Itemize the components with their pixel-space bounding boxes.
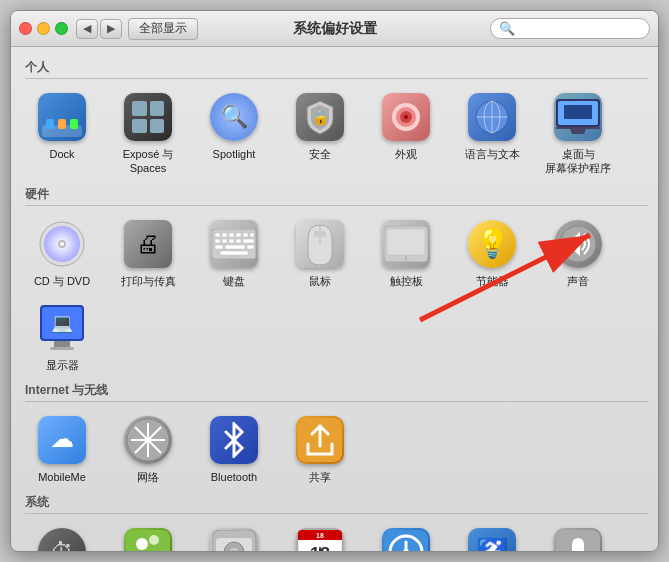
display-icon: 💻 — [40, 305, 84, 350]
dock-icon-box — [36, 91, 88, 143]
sound-icon — [554, 220, 602, 268]
maximize-button[interactable] — [55, 22, 68, 35]
item-energy[interactable]: 💡 节能器 — [451, 212, 533, 292]
search-box[interactable]: 🔍 — [490, 18, 650, 39]
svg-rect-39 — [387, 229, 425, 255]
item-parental[interactable]: 家长控制 — [107, 520, 189, 551]
lang-label: 语言与文本 — [465, 147, 520, 161]
svg-rect-45 — [126, 530, 170, 551]
svg-rect-37 — [314, 231, 326, 237]
item-display[interactable]: 💻 显示器 — [21, 296, 103, 376]
svg-rect-29 — [229, 239, 234, 243]
expose-label: Exposé 与Spaces — [123, 147, 174, 176]
lang-icon-box — [466, 91, 518, 143]
mouse-label: 鼠标 — [309, 274, 331, 288]
internet-grid: ☁ MobileMe — [21, 408, 648, 488]
bluetooth-icon-box — [208, 414, 260, 466]
svg-rect-28 — [222, 239, 227, 243]
keyboard-icon — [210, 220, 258, 268]
network-label: 网络 — [137, 470, 159, 484]
speech-icon — [554, 528, 602, 551]
item-desktop[interactable]: 桌面与屏幕保护程序 — [537, 85, 619, 180]
item-dock[interactable]: Dock — [21, 85, 103, 180]
item-security[interactable]: 🔒 安全 — [279, 85, 361, 180]
lang-icon — [468, 93, 516, 141]
traffic-lights — [19, 22, 68, 35]
softwareupdate-icon — [382, 528, 430, 551]
accessibility-icon-box: ♿ — [466, 526, 518, 551]
show-all-button[interactable]: 全部显示 — [128, 18, 198, 40]
dock-icon — [38, 93, 86, 141]
item-cdrom[interactable]: CD 与 DVD — [21, 212, 103, 292]
minimize-button[interactable] — [37, 22, 50, 35]
keyboard-label: 键盘 — [223, 274, 245, 288]
item-spotlight[interactable]: 🔍 Spotlight — [193, 85, 275, 180]
network-icon — [124, 416, 172, 464]
svg-rect-22 — [222, 233, 227, 237]
section-system-label: 系统 — [25, 494, 648, 514]
item-speech[interactable]: 语音 — [537, 520, 619, 551]
item-timemachine[interactable]: ⏱ Time Machine — [21, 520, 103, 551]
sharing-icon-box — [294, 414, 346, 466]
svg-text:18: 18 — [316, 532, 324, 539]
item-accessibility[interactable]: ♿ 万能辅助 — [451, 520, 533, 551]
network-icon-box — [122, 414, 174, 466]
item-softwareupdate[interactable]: 软件更新 — [365, 520, 447, 551]
svg-rect-23 — [229, 233, 234, 237]
spotlight-icon: 🔍 — [210, 93, 258, 141]
forward-button[interactable]: ▶ — [100, 19, 122, 39]
datetime-icon: 18 18 — [296, 528, 344, 551]
timemachine-icon: ⏱ — [38, 528, 86, 551]
svg-rect-33 — [225, 245, 245, 249]
appearance-icon — [382, 93, 430, 141]
item-sharing[interactable]: 共享 — [279, 408, 361, 488]
energy-icon-box: 💡 — [466, 218, 518, 270]
item-datetime[interactable]: 18 18 日期与时间 — [279, 520, 361, 551]
system-grid: ⏱ Time Machine 家长控制 — [21, 520, 648, 551]
trackpad-label: 触控板 — [390, 274, 423, 288]
svg-rect-34 — [247, 245, 254, 249]
print-icon: 🖨 — [124, 220, 172, 268]
back-button[interactable]: ◀ — [76, 19, 98, 39]
mouse-icon-box — [294, 218, 346, 270]
system-preferences-window: ◀ ▶ 全部显示 系统偏好设置 🔍 个人 — [10, 10, 659, 552]
item-print[interactable]: 🖨 打印与传真 — [107, 212, 189, 292]
hardware-grid: CD 与 DVD 🖨 打印与传真 — [21, 212, 648, 377]
item-network[interactable]: 网络 — [107, 408, 189, 488]
svg-rect-32 — [215, 245, 223, 249]
window-title: 系统偏好设置 — [293, 20, 377, 38]
accessibility-icon: ♿ — [468, 528, 516, 551]
item-mobileme[interactable]: ☁ MobileMe — [21, 408, 103, 488]
security-icon: 🔒 — [296, 93, 344, 141]
item-trackpad[interactable]: 触控板 — [365, 212, 447, 292]
svg-point-19 — [60, 242, 64, 246]
item-bluetooth[interactable]: Bluetooth — [193, 408, 275, 488]
item-expose[interactable]: Exposé 与Spaces — [107, 85, 189, 180]
item-lang[interactable]: 语言与文本 — [451, 85, 533, 180]
mouse-icon — [296, 220, 344, 268]
personal-grid: Dock Exposé 与Spaces 🔍 Spotlight — [21, 85, 648, 180]
energy-icon: 💡 — [468, 220, 516, 268]
sound-label: 声音 — [567, 274, 589, 288]
item-sound[interactable]: 声音 — [537, 212, 619, 292]
startdisk-icon-box — [208, 526, 260, 551]
sound-icon-box — [552, 218, 604, 270]
security-label: 安全 — [309, 147, 331, 161]
svg-rect-24 — [236, 233, 241, 237]
parental-icon-box — [122, 526, 174, 551]
item-mouse[interactable]: 鼠标 — [279, 212, 361, 292]
svg-rect-21 — [215, 233, 220, 237]
sharing-label: 共享 — [309, 470, 331, 484]
mobileme-icon-box: ☁ — [36, 414, 88, 466]
svg-rect-3 — [70, 119, 78, 129]
bluetooth-icon — [210, 416, 258, 464]
search-input[interactable] — [519, 22, 649, 36]
svg-rect-27 — [215, 239, 220, 243]
sharing-icon — [296, 416, 344, 464]
item-keyboard[interactable]: 键盘 — [193, 212, 275, 292]
item-appearance[interactable]: 外观 — [365, 85, 447, 180]
section-hardware-label: 硬件 — [25, 186, 648, 206]
close-button[interactable] — [19, 22, 32, 35]
item-startdisk[interactable]: 启动磁盘 — [193, 520, 275, 551]
bluetooth-label: Bluetooth — [211, 470, 257, 484]
